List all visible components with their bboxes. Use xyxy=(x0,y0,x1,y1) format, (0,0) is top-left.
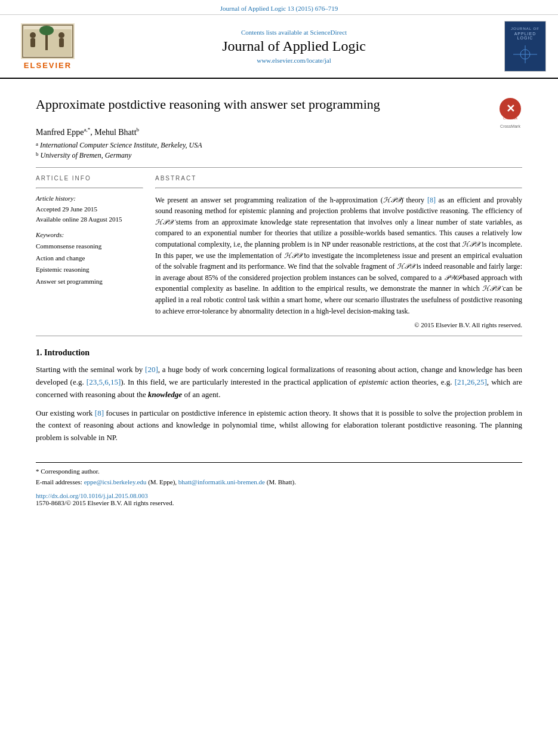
intro-para-1: Starting with the seminal work by [20], … xyxy=(36,364,522,401)
issn-copyright: 1570-8683/© 2015 Elsevier B.V. All right… xyxy=(36,499,522,506)
sciencedirect-anchor[interactable]: ScienceDirect xyxy=(310,29,347,36)
footnote-section: * Corresponding author. E-mail addresses… xyxy=(36,462,522,506)
corresponding-author-note: * Corresponding author. xyxy=(36,468,100,475)
email-label: E-mail addresses: xyxy=(36,478,82,485)
history-label: Article history: xyxy=(36,195,143,202)
journal-citation-text: Journal of Applied Logic 13 (2015) 676–7… xyxy=(220,5,338,12)
available-date: Available online 28 August 2015 xyxy=(36,214,143,225)
paper-title: Approximate postdictive reasoning with a… xyxy=(36,97,492,112)
doi-link[interactable]: http://dx.doi.org/10.1016/j.jal.2015.08.… xyxy=(36,492,522,499)
journal-citation: Journal of Applied Logic 13 (2015) 676–7… xyxy=(0,0,558,15)
elsevier-tree-image xyxy=(21,23,75,59)
elsevier-logo: ELSEVIER xyxy=(12,23,84,70)
affil-a-sup: a xyxy=(36,141,38,147)
svg-text:✕: ✕ xyxy=(506,103,515,115)
intro-section-title: 1. Introduction xyxy=(36,348,522,358)
author-manfred: Manfred Eppe xyxy=(36,128,84,137)
left-column: ARTICLE INFO Article history: Accepted 2… xyxy=(36,175,143,329)
introduction-section: 1. Introduction Starting with the semina… xyxy=(36,348,522,444)
keyword-2: Action and change xyxy=(36,253,143,265)
article-info-label: ARTICLE INFO xyxy=(36,175,143,182)
author-b-sup: b xyxy=(137,127,140,133)
doi-section: http://dx.doi.org/10.1016/j.jal.2015.08.… xyxy=(36,492,522,506)
keyword-4: Answer set programming xyxy=(36,276,143,288)
svg-point-2 xyxy=(30,32,36,38)
elsevier-brand-text: ELSEVIER xyxy=(24,61,72,70)
keyword-3: Epistemic reasoning xyxy=(36,264,143,276)
svg-text:CrossMark: CrossMark xyxy=(503,116,518,120)
email-2-link[interactable]: bhatt@informatik.uni-bremen.de xyxy=(178,478,265,485)
svg-rect-3 xyxy=(30,38,35,47)
abstract-label: ABSTRACT xyxy=(155,175,522,182)
keywords-label: Keywords: xyxy=(36,231,143,238)
journal-url[interactable]: www.elsevier.com/locate/jal xyxy=(84,57,504,64)
journal-center-header: Contents lists available at ScienceDirec… xyxy=(84,29,504,64)
authors-line: Manfred Eppea,*, Mehul Bhattb xyxy=(36,127,522,137)
footnote-emails: E-mail addresses: eppe@icsi.berkeley.edu… xyxy=(36,477,522,488)
email-1-link[interactable]: eppe@icsi.berkeley.edu xyxy=(84,478,147,485)
affil-a: a International Computer Science Institu… xyxy=(36,141,522,150)
right-column: ABSTRACT We present an answer set progra… xyxy=(155,175,522,329)
divider-1 xyxy=(36,167,522,168)
email-2-name: (M. Bhatt). xyxy=(267,478,296,485)
article-history: Article history: Accepted 29 June 2015 A… xyxy=(36,195,143,225)
affil-b-sup: b xyxy=(36,151,39,157)
footnote-star: * Corresponding author. xyxy=(36,466,522,477)
abstract-divider xyxy=(155,188,522,189)
keyword-1: Commonsense reasoning xyxy=(36,241,143,253)
accepted-date: Accepted 29 June 2015 xyxy=(36,204,143,215)
abstract-text: We present an answer set programming rea… xyxy=(155,195,522,317)
svg-point-6 xyxy=(58,32,64,38)
crossmark-badge: ✕ CrossMark CrossMark xyxy=(498,97,522,121)
left-col-divider xyxy=(36,188,143,189)
paper-title-container: Approximate postdictive reasoning with a… xyxy=(36,97,522,121)
divider-2 xyxy=(36,336,522,336)
affil-b-text: University of Bremen, Germany xyxy=(41,151,132,160)
svg-point-5 xyxy=(39,26,54,35)
affil-b: b University of Bremen, Germany xyxy=(36,151,522,160)
intro-para-2: Our existing work [8] focuses in particu… xyxy=(36,407,522,444)
sciencedirect-link[interactable]: Contents lists available at ScienceDirec… xyxy=(84,29,504,36)
author-mehul-prefix: , Mehul Bhatt xyxy=(90,128,136,137)
keywords-section: Keywords: Commonsense reasoning Action a… xyxy=(36,231,143,288)
copyright-notice: © 2015 Elsevier B.V. All rights reserved… xyxy=(155,321,522,328)
journal-title-display: Journal of Applied Logic xyxy=(84,38,504,54)
journal-header: ELSEVIER Contents lists available at Sci… xyxy=(0,15,558,79)
email-1-name: (M. Eppe), xyxy=(148,478,177,485)
affiliations: a International Computer Science Institu… xyxy=(36,141,522,160)
section-number: 1. xyxy=(36,348,42,357)
article-info-abstract: ARTICLE INFO Article history: Accepted 2… xyxy=(36,175,522,329)
main-content: Approximate postdictive reasoning with a… xyxy=(0,79,558,515)
cover-inner: JOURNAL OF APPLIED LOGIC xyxy=(507,27,543,66)
affil-a-text: International Computer Science Institute… xyxy=(40,141,202,150)
section-title-text: Introduction xyxy=(44,348,90,357)
svg-rect-7 xyxy=(59,38,64,47)
author-a-sup: a,* xyxy=(84,127,90,133)
journal-cover-image: JOURNAL OF APPLIED LOGIC xyxy=(504,21,546,72)
